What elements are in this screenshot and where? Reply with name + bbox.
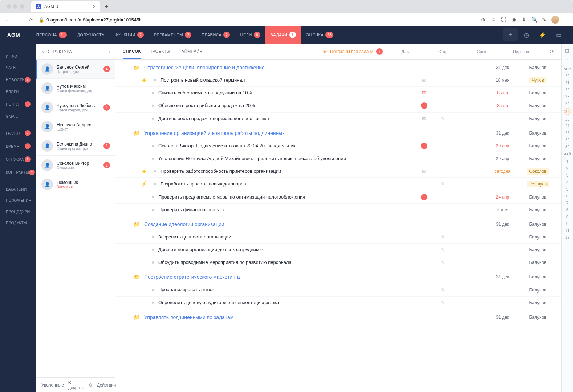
pencil-icon[interactable]: ✎ (441, 116, 445, 122)
browser-tab[interactable]: A AGM β × (31, 1, 100, 12)
task-row[interactable]: ⚡Проверить работоспособность принтеров о… (115, 165, 561, 178)
task-row[interactable]: Обсудить проводимые мероприятия по разви… (115, 256, 561, 269)
timer-icon[interactable]: ◷ (519, 28, 534, 41)
calendar-day[interactable]: 23 (564, 93, 571, 100)
calendar-day[interactable]: 20 (564, 73, 571, 79)
sidebar-контракты[interactable]: КОНТРАКТЫ2 (0, 166, 36, 179)
calendar-day[interactable]: 30 (564, 143, 571, 150)
calendar-day[interactable]: 28 (564, 130, 571, 136)
calendar-day[interactable]: 3 (565, 172, 569, 179)
task-row[interactable]: ⚡Построить новый складской терминал✉18 м… (115, 74, 561, 87)
task-row[interactable]: Соколов Виктор. Подведение итогов на 20.… (115, 140, 561, 152)
task-row[interactable]: ⚡Разработать проекты новых договоров✎Нев… (115, 178, 561, 191)
sidebar-положения[interactable]: ПОЛОЖЕНИЯ (0, 195, 36, 206)
calendar-day[interactable]: 12 (565, 234, 569, 241)
fired-filter[interactable]: Уволенные (41, 383, 64, 388)
profile-avatar[interactable] (551, 16, 559, 24)
calendar-day[interactable]: 5 (565, 186, 569, 193)
collapse-icon[interactable]: ‹ (109, 49, 110, 54)
task-group-header[interactable]: 📁Построение стратегического маркетинга31… (115, 269, 561, 283)
refresh-icon[interactable]: ⟳ (550, 49, 554, 54)
grid-icon[interactable]: ▦ (565, 47, 570, 53)
col-start[interactable]: Старт (429, 49, 458, 54)
sidebar-почта[interactable]: ПОЧТА5 (0, 98, 36, 111)
pencil-icon[interactable]: ✎ (441, 181, 445, 187)
sidebar-график[interactable]: ГРАФИК2 (0, 127, 36, 140)
sidebar-новости[interactable]: НОВОСТИ4 (0, 73, 36, 86)
ext-wand-icon[interactable]: ✎ (541, 16, 548, 23)
nav-правила[interactable]: ПРАВИЛА2 (196, 26, 235, 44)
ext-star-icon[interactable]: ☆ (490, 16, 497, 23)
person-item[interactable]: 👤ПомощникВакансия (36, 175, 115, 194)
actions-label[interactable]: Действия (97, 383, 116, 388)
task-row[interactable]: Проанализировать рынок✎Балунов (115, 283, 561, 296)
calendar-day[interactable]: 4 (565, 179, 569, 186)
sidebar-блоги[interactable]: БЛОГИ (0, 86, 36, 98)
calendar-day[interactable]: 9 (565, 213, 569, 220)
min-dot[interactable] (13, 4, 17, 9)
folder-icon[interactable]: ▭ (551, 28, 566, 41)
ext-search-icon[interactable]: 🔍 (531, 16, 537, 23)
task-row[interactable]: Достичь роста продаж, опережающего рост … (115, 113, 561, 125)
calendar-day[interactable]: 7 (565, 200, 569, 207)
task-row[interactable]: Увольнение Невшула Андрей Михайлович. Пр… (115, 152, 561, 165)
bolt-icon[interactable]: ⚡ (535, 28, 550, 41)
filter-info[interactable]: 👁 Показаны все задачи 4 (323, 48, 383, 55)
ext-circle-icon[interactable]: ◉ (511, 16, 517, 23)
task-row[interactable]: Закрепить ценности организации✎Балунов (115, 231, 561, 244)
close-dot[interactable] (7, 4, 11, 9)
task-row[interactable]: Проверить предлагаемые меры по оптимизац… (115, 191, 561, 204)
tab-close-icon[interactable]: × (93, 4, 96, 9)
calendar-day[interactable]: 29 (564, 136, 571, 143)
pencil-icon[interactable]: ✎ (441, 234, 445, 240)
back-button[interactable]: ← (4, 17, 11, 23)
task-row[interactable]: Снизить себестоимость продукции на 10%✉8… (115, 87, 561, 99)
calendar-day[interactable]: 1 (565, 158, 569, 165)
sidebar-процедуры[interactable]: ПРОЦЕДУРЫ (0, 206, 36, 217)
reload-button[interactable]: ⟳ (27, 17, 34, 23)
person-item[interactable]: 👤Чурсунова ЛюбовьОтдел кадров, рук1 (36, 98, 115, 117)
nav-цели[interactable]: ЦЕЛИ6 (235, 26, 265, 44)
nav-регламенты[interactable]: РЕГЛАМЕНТЫ2 (149, 26, 196, 44)
nav-задачи[interactable]: ЗАДАЧИ7 (265, 26, 301, 44)
nav-функции[interactable]: ФУНКЦИИ2 (110, 26, 149, 44)
col-due[interactable]: Срок (467, 49, 496, 54)
pencil-icon[interactable]: ✎ (441, 247, 445, 253)
task-row[interactable]: Определить целевую аудиторию и сегментац… (115, 297, 561, 309)
chevron-up-icon[interactable]: ︿ (566, 57, 569, 62)
task-group-header[interactable]: 📁Управлять подчиненными по задачам31 дек… (115, 309, 561, 324)
pencil-icon[interactable]: ✎ (441, 287, 445, 293)
decree-filter[interactable]: В декрете (68, 380, 84, 390)
calendar-day[interactable]: 21 (564, 79, 571, 86)
calendar-day[interactable]: 11 (565, 227, 569, 234)
person-item[interactable]: 👤Чупов МаксимОтдел финансов, дир (36, 79, 115, 98)
ext-crop-icon[interactable]: ⛶ (500, 16, 507, 23)
nav-персона[interactable]: ПЕРСОНА11 (31, 26, 72, 44)
view-tab[interactable]: СПИСОК (123, 44, 141, 59)
ext-plus-icon[interactable]: ⊕ (480, 16, 487, 23)
person-item[interactable]: 👤Соколов ВикторСисадмин1 (36, 156, 115, 175)
calendar-day[interactable]: 10 (565, 220, 569, 227)
view-tab[interactable]: ТАЙМЛАЙН (179, 44, 203, 59)
view-tab[interactable]: ПРОЕКТЫ (150, 44, 170, 59)
sidebar-чаты[interactable]: ЧАТЫ (0, 62, 36, 73)
calendar-day[interactable]: 24 (564, 100, 571, 107)
task-row[interactable]: Проверить финансовый отчет7 маяБалунов (115, 204, 561, 216)
app-logo[interactable]: AGM (7, 32, 20, 38)
calendar-day[interactable]: 8 (565, 207, 569, 213)
task-group-header[interactable]: 📁Управление организацией и контроль рабо… (115, 125, 561, 140)
add-button[interactable]: + (503, 28, 518, 41)
nav-оценка[interactable]: ОЦЕНКА28 (301, 26, 339, 44)
person-item[interactable]: 👤Белочкина ДианаОтдел продаж, рук1 (36, 136, 115, 156)
new-tab-button[interactable]: + (105, 3, 109, 11)
max-dot[interactable] (20, 4, 24, 9)
forward-button[interactable]: → (15, 17, 23, 23)
calendar-day[interactable]: 6 (565, 193, 569, 200)
task-row[interactable]: Довести цели организации до всех сотрудн… (115, 244, 561, 256)
sidebar-время[interactable]: ВРЕМЯ4 (0, 140, 36, 153)
col-person[interactable]: Персона (505, 49, 537, 54)
sidebar-продукты[interactable]: ПРОДУКТЫ (0, 217, 36, 229)
col-date[interactable]: Дата (391, 49, 420, 54)
menu-icon[interactable]: ⋮ (563, 16, 569, 23)
url-field[interactable]: 🔒 9.agmsoft.com/m8/#place=27;orgId=10954… (38, 17, 476, 23)
